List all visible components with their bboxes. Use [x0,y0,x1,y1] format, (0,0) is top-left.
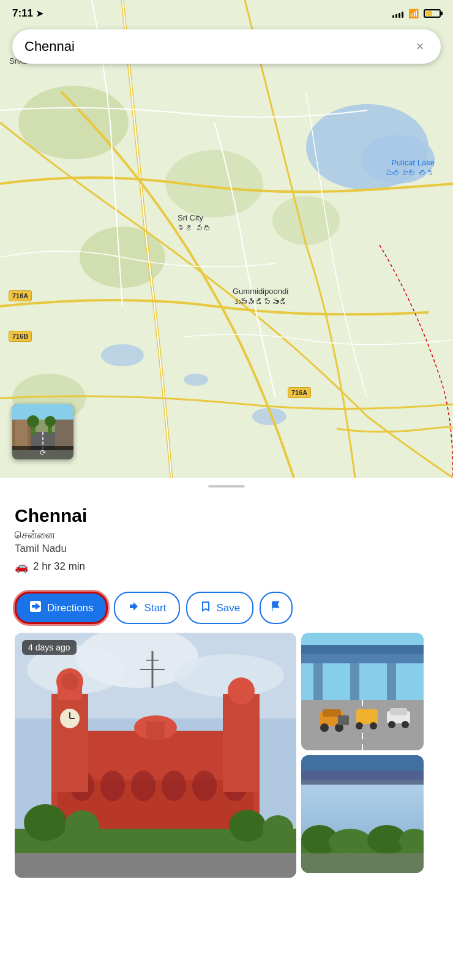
save-button[interactable]: Save [186,592,254,624]
car-icon: 🚗 [15,560,28,573]
place-state: Tamil Nadu [15,543,438,555]
map-label-gumm-en: Gummidipoondi [233,287,288,296]
svg-point-19 [27,415,39,428]
status-time: 7:11 ➤ [12,7,43,20]
svg-point-68 [320,723,329,732]
svg-point-3 [101,344,144,366]
street-view-icon: ⟳ [12,446,73,459]
drag-handle-bar [208,485,245,488]
map-label-sricity-te: శ్రీ సిటీ [178,224,211,233]
drive-time: 🚗 2 hr 32 min [15,560,438,573]
action-buttons-row: Directions Start Save [0,583,453,633]
directions-label: Directions [47,602,94,614]
photo-card-road[interactable] [301,633,424,750]
photo-timestamp: 4 days ago [22,640,77,655]
svg-point-72 [370,722,377,729]
svg-point-33 [100,771,125,801]
svg-rect-60 [301,645,424,654]
map-label-sricity-en: Sri City [178,213,203,222]
svg-point-53 [263,815,293,842]
svg-point-5 [184,374,208,386]
signal-icon [392,9,403,18]
start-label: Start [144,602,167,614]
street-view-thumbnail[interactable]: ⟳ [12,404,73,459]
search-input[interactable]: Chennai [24,39,411,55]
photos-section: 4 days ago [0,633,453,878]
svg-point-71 [356,722,363,729]
svg-rect-88 [301,853,424,873]
svg-point-21 [45,416,56,427]
svg-point-51 [65,810,99,841]
wifi-icon: 📶 [408,9,419,18]
svg-rect-67 [323,709,341,717]
map-label-pulicat-te: పులికాట్ లేక్ [384,169,435,178]
svg-rect-16 [55,415,73,450]
svg-marker-24 [130,602,138,611]
flag-icon [269,600,283,616]
svg-point-50 [24,804,67,841]
right-photos [301,633,424,878]
clear-search-button[interactable]: × [411,38,429,55]
svg-point-35 [162,771,186,801]
svg-rect-80 [301,755,424,771]
map-label-gumm-te: కుమ్మిడిప్పూండి [233,298,287,307]
place-name: Chennai [15,505,438,527]
svg-point-85 [329,829,372,856]
info-panel: Chennai சென்னை Tamil Nadu 🚗 2 hr 32 min [0,495,453,583]
save-icon [200,600,212,616]
status-bar: 7:11 ➤ 📶 [0,0,453,27]
road-badge-716a-2: 716A [288,387,311,398]
svg-rect-82 [301,780,424,785]
directions-icon [29,600,42,616]
search-bar[interactable]: Chennai × [12,29,441,64]
start-button[interactable]: Start [114,592,180,624]
directions-button[interactable]: Directions [15,592,108,624]
road-badge-716a-1: 716A [9,290,32,301]
drag-handle[interactable] [0,478,453,495]
svg-rect-77 [338,715,349,725]
svg-rect-48 [146,722,165,740]
place-name-local: சென்னை [15,529,438,541]
svg-rect-81 [301,771,424,780]
navigation-icon: ➤ [36,9,43,18]
svg-rect-74 [390,708,407,715]
svg-point-76 [402,721,409,728]
svg-point-75 [388,721,395,728]
svg-rect-70 [356,709,378,724]
photo-card-sky[interactable] [301,755,424,873]
map-label-pulicat-en: Pulicat Lake [391,158,435,167]
flag-button[interactable] [260,592,293,624]
svg-rect-45 [223,694,260,792]
svg-point-46 [228,677,255,704]
svg-rect-17 [12,404,73,420]
battery-icon [424,9,441,18]
start-icon [127,600,140,616]
svg-point-52 [229,810,266,842]
map-view[interactable]: Srikalahasti Pulicat Lake పులికాట్ లేక్ … [0,0,453,478]
road-badge-716b: 716B [9,331,32,342]
svg-point-34 [131,771,155,801]
svg-rect-54 [15,853,296,878]
save-label: Save [217,602,241,614]
svg-point-41 [61,673,78,690]
photo-card-large[interactable]: 4 days ago [15,633,296,878]
status-right: 📶 [392,9,441,18]
svg-point-36 [192,771,217,801]
